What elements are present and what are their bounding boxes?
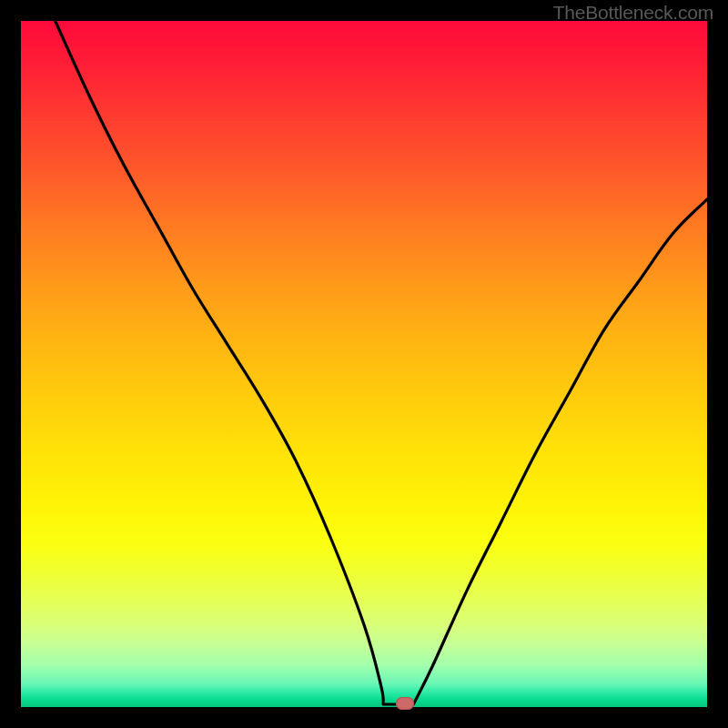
plot-area xyxy=(21,21,707,707)
bottleneck-curve-path xyxy=(56,21,707,704)
chart-frame: TheBottleneck.com xyxy=(0,0,728,728)
curve-layer xyxy=(21,21,707,707)
optimal-point-marker xyxy=(396,697,414,710)
